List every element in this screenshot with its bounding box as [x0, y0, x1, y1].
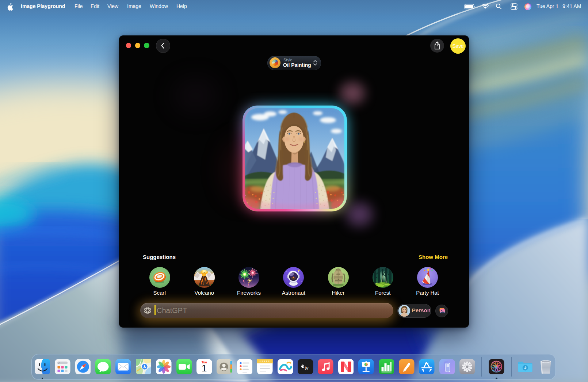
svg-text:tv: tv: [305, 365, 309, 371]
svg-text:1: 1: [202, 363, 207, 374]
